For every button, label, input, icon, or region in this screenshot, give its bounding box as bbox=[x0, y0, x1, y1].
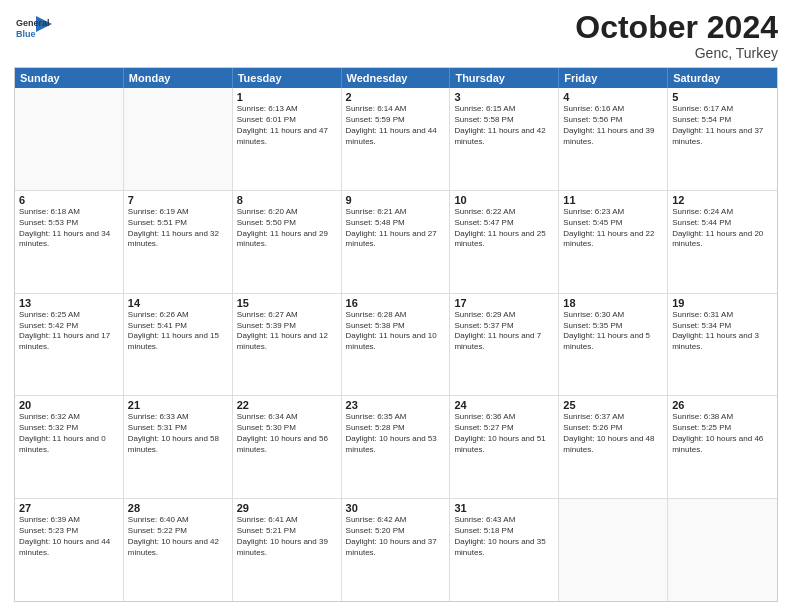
daylight-text: Daylight: 11 hours and 22 minutes. bbox=[563, 229, 663, 251]
calendar-cell: 12Sunrise: 6:24 AMSunset: 5:44 PMDayligh… bbox=[668, 191, 777, 293]
calendar-cell: 14Sunrise: 6:26 AMSunset: 5:41 PMDayligh… bbox=[124, 294, 233, 396]
day-number: 12 bbox=[672, 194, 773, 206]
header-day-monday: Monday bbox=[124, 68, 233, 88]
sunset-text: Sunset: 5:28 PM bbox=[346, 423, 446, 434]
calendar-cell: 19Sunrise: 6:31 AMSunset: 5:34 PMDayligh… bbox=[668, 294, 777, 396]
day-number: 21 bbox=[128, 399, 228, 411]
sunset-text: Sunset: 5:37 PM bbox=[454, 321, 554, 332]
sunset-text: Sunset: 5:34 PM bbox=[672, 321, 773, 332]
daylight-text: Daylight: 11 hours and 20 minutes. bbox=[672, 229, 773, 251]
day-number: 13 bbox=[19, 297, 119, 309]
sunrise-text: Sunrise: 6:39 AM bbox=[19, 515, 119, 526]
sunrise-text: Sunrise: 6:25 AM bbox=[19, 310, 119, 321]
daylight-text: Daylight: 10 hours and 39 minutes. bbox=[237, 537, 337, 559]
sunrise-text: Sunrise: 6:35 AM bbox=[346, 412, 446, 423]
calendar-cell: 3Sunrise: 6:15 AMSunset: 5:58 PMDaylight… bbox=[450, 88, 559, 190]
calendar-cell: 4Sunrise: 6:16 AMSunset: 5:56 PMDaylight… bbox=[559, 88, 668, 190]
daylight-text: Daylight: 10 hours and 35 minutes. bbox=[454, 537, 554, 559]
day-number: 16 bbox=[346, 297, 446, 309]
sunset-text: Sunset: 5:54 PM bbox=[672, 115, 773, 126]
day-number: 20 bbox=[19, 399, 119, 411]
daylight-text: Daylight: 11 hours and 3 minutes. bbox=[672, 331, 773, 353]
day-number: 25 bbox=[563, 399, 663, 411]
calendar-cell: 10Sunrise: 6:22 AMSunset: 5:47 PMDayligh… bbox=[450, 191, 559, 293]
header: General Blue October 2024 Genc, Turkey bbox=[14, 10, 778, 61]
week-row-1: 6Sunrise: 6:18 AMSunset: 5:53 PMDaylight… bbox=[15, 190, 777, 293]
daylight-text: Daylight: 11 hours and 10 minutes. bbox=[346, 331, 446, 353]
day-number: 3 bbox=[454, 91, 554, 103]
sunrise-text: Sunrise: 6:13 AM bbox=[237, 104, 337, 115]
calendar-cell: 15Sunrise: 6:27 AMSunset: 5:39 PMDayligh… bbox=[233, 294, 342, 396]
daylight-text: Daylight: 11 hours and 34 minutes. bbox=[19, 229, 119, 251]
day-number: 4 bbox=[563, 91, 663, 103]
day-number: 10 bbox=[454, 194, 554, 206]
sunrise-text: Sunrise: 6:43 AM bbox=[454, 515, 554, 526]
day-number: 14 bbox=[128, 297, 228, 309]
calendar-cell: 2Sunrise: 6:14 AMSunset: 5:59 PMDaylight… bbox=[342, 88, 451, 190]
sunrise-text: Sunrise: 6:40 AM bbox=[128, 515, 228, 526]
sunset-text: Sunset: 5:45 PM bbox=[563, 218, 663, 229]
daylight-text: Daylight: 11 hours and 7 minutes. bbox=[454, 331, 554, 353]
day-number: 9 bbox=[346, 194, 446, 206]
day-number: 23 bbox=[346, 399, 446, 411]
logo: General Blue bbox=[14, 10, 52, 48]
day-number: 5 bbox=[672, 91, 773, 103]
sunset-text: Sunset: 5:31 PM bbox=[128, 423, 228, 434]
sunset-text: Sunset: 5:56 PM bbox=[563, 115, 663, 126]
day-number: 18 bbox=[563, 297, 663, 309]
day-number: 15 bbox=[237, 297, 337, 309]
sunrise-text: Sunrise: 6:20 AM bbox=[237, 207, 337, 218]
calendar-cell: 1Sunrise: 6:13 AMSunset: 6:01 PMDaylight… bbox=[233, 88, 342, 190]
sunset-text: Sunset: 5:59 PM bbox=[346, 115, 446, 126]
day-number: 1 bbox=[237, 91, 337, 103]
day-number: 22 bbox=[237, 399, 337, 411]
page: General Blue October 2024 Genc, Turkey S… bbox=[0, 0, 792, 612]
sunrise-text: Sunrise: 6:38 AM bbox=[672, 412, 773, 423]
sunrise-text: Sunrise: 6:26 AM bbox=[128, 310, 228, 321]
svg-text:Blue: Blue bbox=[16, 29, 36, 39]
daylight-text: Daylight: 11 hours and 32 minutes. bbox=[128, 229, 228, 251]
day-number: 27 bbox=[19, 502, 119, 514]
sunset-text: Sunset: 5:53 PM bbox=[19, 218, 119, 229]
sunset-text: Sunset: 5:42 PM bbox=[19, 321, 119, 332]
sunrise-text: Sunrise: 6:32 AM bbox=[19, 412, 119, 423]
sunset-text: Sunset: 5:58 PM bbox=[454, 115, 554, 126]
sunrise-text: Sunrise: 6:17 AM bbox=[672, 104, 773, 115]
week-row-2: 13Sunrise: 6:25 AMSunset: 5:42 PMDayligh… bbox=[15, 293, 777, 396]
daylight-text: Daylight: 11 hours and 5 minutes. bbox=[563, 331, 663, 353]
sunrise-text: Sunrise: 6:14 AM bbox=[346, 104, 446, 115]
calendar-cell bbox=[15, 88, 124, 190]
sunrise-text: Sunrise: 6:28 AM bbox=[346, 310, 446, 321]
sunrise-text: Sunrise: 6:21 AM bbox=[346, 207, 446, 218]
calendar-cell: 13Sunrise: 6:25 AMSunset: 5:42 PMDayligh… bbox=[15, 294, 124, 396]
svg-text:General: General bbox=[16, 18, 50, 28]
daylight-text: Daylight: 10 hours and 46 minutes. bbox=[672, 434, 773, 456]
calendar-cell: 31Sunrise: 6:43 AMSunset: 5:18 PMDayligh… bbox=[450, 499, 559, 601]
calendar-cell: 5Sunrise: 6:17 AMSunset: 5:54 PMDaylight… bbox=[668, 88, 777, 190]
daylight-text: Daylight: 11 hours and 27 minutes. bbox=[346, 229, 446, 251]
day-number: 26 bbox=[672, 399, 773, 411]
sunset-text: Sunset: 6:01 PM bbox=[237, 115, 337, 126]
sunrise-text: Sunrise: 6:29 AM bbox=[454, 310, 554, 321]
sunset-text: Sunset: 5:22 PM bbox=[128, 526, 228, 537]
sunset-text: Sunset: 5:44 PM bbox=[672, 218, 773, 229]
calendar-cell: 27Sunrise: 6:39 AMSunset: 5:23 PMDayligh… bbox=[15, 499, 124, 601]
day-number: 28 bbox=[128, 502, 228, 514]
calendar-cell: 21Sunrise: 6:33 AMSunset: 5:31 PMDayligh… bbox=[124, 396, 233, 498]
daylight-text: Daylight: 11 hours and 17 minutes. bbox=[19, 331, 119, 353]
day-number: 2 bbox=[346, 91, 446, 103]
day-number: 24 bbox=[454, 399, 554, 411]
calendar-cell: 18Sunrise: 6:30 AMSunset: 5:35 PMDayligh… bbox=[559, 294, 668, 396]
sunrise-text: Sunrise: 6:15 AM bbox=[454, 104, 554, 115]
daylight-text: Daylight: 10 hours and 53 minutes. bbox=[346, 434, 446, 456]
daylight-text: Daylight: 11 hours and 12 minutes. bbox=[237, 331, 337, 353]
calendar-cell bbox=[124, 88, 233, 190]
calendar-cell: 30Sunrise: 6:42 AMSunset: 5:20 PMDayligh… bbox=[342, 499, 451, 601]
calendar: SundayMondayTuesdayWednesdayThursdayFrid… bbox=[14, 67, 778, 602]
calendar-cell: 23Sunrise: 6:35 AMSunset: 5:28 PMDayligh… bbox=[342, 396, 451, 498]
header-day-wednesday: Wednesday bbox=[342, 68, 451, 88]
sunset-text: Sunset: 5:51 PM bbox=[128, 218, 228, 229]
daylight-text: Daylight: 11 hours and 15 minutes. bbox=[128, 331, 228, 353]
sunset-text: Sunset: 5:38 PM bbox=[346, 321, 446, 332]
calendar-cell: 17Sunrise: 6:29 AMSunset: 5:37 PMDayligh… bbox=[450, 294, 559, 396]
